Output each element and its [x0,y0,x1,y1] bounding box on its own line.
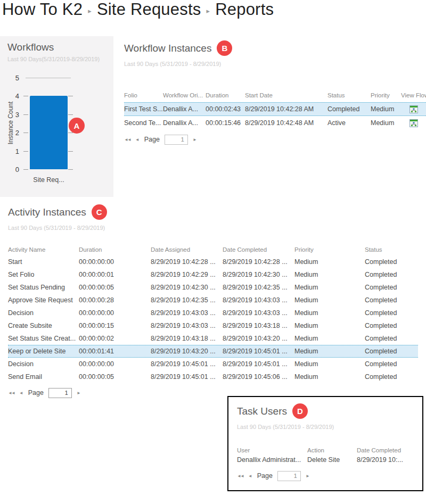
workflow-instances-subtitle: Last 90 Days (5/31/2019 - 8/29/2019) [124,61,426,67]
first-page-icon[interactable]: ◄◄ [124,137,130,142]
next-page-icon[interactable]: ► [77,391,80,395]
column-header-priority[interactable]: Priority [371,92,401,98]
cell-status: Completed [327,105,371,113]
cell-duration: 00:00:01:41 [79,348,151,355]
workflow-instances-title: Workflow Instances [124,43,211,54]
bar-site-requests[interactable] [30,96,68,169]
first-page-icon[interactable]: ◄◄ [8,391,14,395]
table-row[interactable]: Decision 00:00:00:00 8/29/2019 10:45:01 … [8,358,418,370]
cell-start-date: 8/29/2019 10:42:48 AM [245,119,327,127]
flow-report-icon[interactable] [409,119,418,127]
column-header-view-flow[interactable]: View Flow [401,92,426,98]
tick-mark [23,169,28,170]
column-header-date-completed[interactable]: Date Completed [357,447,418,453]
page-number-input[interactable] [277,471,301,481]
cell-activity-name: Send Email [8,373,79,381]
view-flow-cell [401,119,426,127]
table-header: User Action Date Completed [237,443,422,453]
tick-mark [23,114,28,115]
cell-date-assigned: 8/29/2019 10:42:35 ... [151,296,223,304]
column-header-start-date[interactable]: Start Date [245,92,327,98]
column-header-date-completed[interactable]: Date Completed [223,246,294,253]
cell-date-assigned: 8/29/2019 10:43:03 ... [151,322,223,329]
column-header-action[interactable]: Action [307,447,357,453]
table-row[interactable]: Set Status Site Creat... 00:00:00:02 8/2… [8,332,418,345]
page-label: Page [28,389,44,396]
table-row[interactable]: Keep or Delete Site 00:00:01:41 8/29/201… [8,345,418,358]
cell-activity-name: Set Status Pending [8,284,79,291]
cell-activity-name: Set Folio [8,271,79,278]
cell-priority: Medium [371,119,401,127]
activity-instances-section: Activity Instances C Last 90 Days (5/31/… [8,204,418,400]
callout-badge-c: C [92,204,107,220]
cell-duration: 00:00:00:15 [79,322,151,329]
cell-status: Completed [365,322,418,329]
next-page-icon[interactable]: ► [193,137,196,142]
cell-date-completed: 8/29/2019 10:42:35 ... [223,284,294,291]
table-row[interactable]: Start 00:00:00:00 8/29/2019 10:42:28 ...… [8,255,418,268]
table-row[interactable]: Second Te... Denallix A... 00:00:15:46 8… [124,116,426,130]
table-row[interactable]: Send Email 00:00:00:05 8/29/2019 10:45:0… [8,370,418,383]
cell-date-assigned: 8/29/2019 10:43:03 ... [151,309,223,317]
table-row[interactable]: Set Status Pending 00:00:00:05 8/29/2019… [8,281,418,294]
callout-badge-b: B [217,40,232,56]
workflows-title: Workflows [0,36,113,53]
column-header-folio[interactable]: Folio [124,92,163,98]
cell-priority: Medium [294,296,365,304]
column-header-status[interactable]: Status [365,246,418,253]
reports-page: How To K2 ▸ Site Requests ▸ Reports Work… [0,0,426,504]
cell-duration: 00:00:15:46 [206,119,245,127]
cell-date-completed: 8/29/2019 10:42:30 ... [223,271,294,278]
column-header-duration[interactable]: Duration [206,92,245,98]
cell-priority: Medium [371,105,401,113]
first-page-icon[interactable]: ◄◄ [237,474,243,478]
cell-date-completed: 8/29/2019 10:45:01 ... [223,360,294,368]
cell-status: Completed [365,271,418,278]
cell-activity-name: Start [8,258,79,266]
cell-priority: Medium [294,271,365,278]
cell-priority: Medium [294,348,365,355]
cell-status: Active [327,119,371,127]
cell-date-assigned: 8/29/2019 10:45:01 ... [151,360,223,368]
flow-report-icon[interactable] [409,105,418,113]
table-header: Folio Workflow Ori... Duration Start Dat… [124,87,426,102]
cell-date-assigned: 8/29/2019 10:42:29 ... [151,271,223,278]
page-number-input[interactable] [165,135,188,145]
cell-activity-name: Keep or Delete Site [8,348,79,355]
cell-status: Completed [365,258,418,266]
cell-duration: 00:00:00:01 [79,271,151,278]
tick-mark [68,96,73,96]
table-row[interactable]: First Test S... Denallix A... 00:00:02:4… [124,102,426,116]
cell-priority: Medium [294,322,365,329]
callout-badge-a: A [69,118,85,134]
table-row[interactable]: Set Folio 00:00:00:01 8/29/2019 10:42:29… [8,268,418,281]
next-page-icon[interactable]: ► [306,474,309,478]
cell-date-assigned: 8/29/2019 10:42:28 ... [151,258,223,266]
column-header-duration[interactable]: Duration [79,246,151,253]
column-header-status[interactable]: Status [327,92,371,98]
cell-status: Completed [365,309,418,317]
task-users-subtitle: Last 90 Days (5/31/2019 - 8/29/2019) [237,424,422,430]
page-number-input[interactable] [48,388,72,398]
y-tick: 0 [5,166,19,173]
prev-page-icon[interactable]: ◄ [135,137,138,142]
tick-mark [23,96,28,96]
cell-status: Completed [365,296,418,304]
column-header-date-assigned[interactable]: Date Assigned [151,246,223,253]
table-row[interactable]: Denallix Administrat... Delete Site 8/29… [237,453,422,466]
cell-date-completed: 8/29/2019 10:43:18 ... [223,322,294,329]
cell-date-completed: 8/29/2019 10:43:03 ... [223,309,294,317]
prev-page-icon[interactable]: ◄ [248,474,251,478]
column-header-user[interactable]: User [237,447,307,453]
cell-priority: Medium [294,258,365,266]
column-header-originator[interactable]: Workflow Ori... [163,92,206,98]
table-row[interactable]: Decision 00:00:00:00 8/29/2019 10:43:03 … [8,307,418,319]
table-row[interactable]: Approve Site Request 00:00:00:28 8/29/20… [8,294,418,307]
cell-duration: 00:00:00:05 [79,284,151,291]
column-header-activity-name[interactable]: Activity Name [8,246,79,253]
prev-page-icon[interactable]: ◄ [19,391,22,395]
cell-originator: Denallix A... [163,119,206,127]
activity-instances-subtitle: Last 90 Days (5/31/2019 - 8/29/2019) [8,225,418,231]
table-row[interactable]: Create Subsite 00:00:00:15 8/29/2019 10:… [8,319,418,332]
column-header-priority[interactable]: Priority [294,246,365,253]
